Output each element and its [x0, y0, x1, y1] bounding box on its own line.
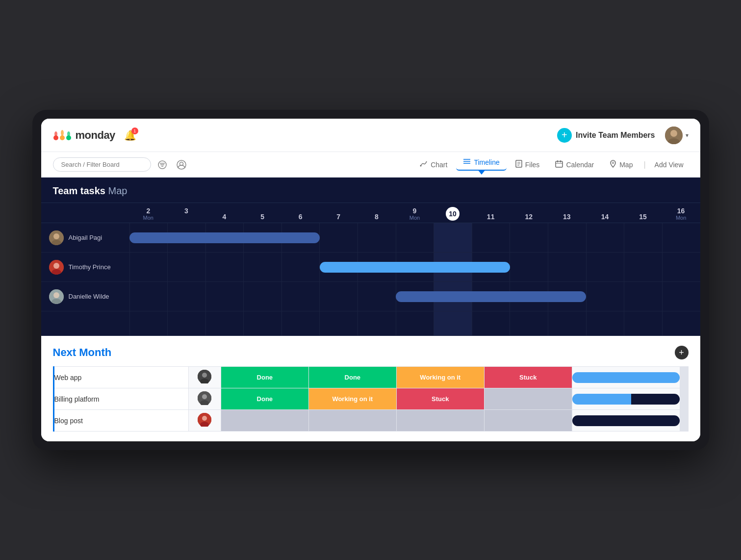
date-col-15: 16 Mon — [662, 207, 700, 221]
invite-button-label: Invite Team Members — [576, 131, 655, 140]
gantt-rows-area: Abigail Pagi — [41, 223, 700, 336]
tab-timeline[interactable]: Timeline — [456, 154, 506, 171]
svg-point-5 — [67, 131, 70, 136]
timeline-board-title: Team tasks Map — [41, 178, 700, 203]
status-webapp-4: Stuck — [484, 367, 572, 388]
tab-calendar-label: Calendar — [566, 161, 594, 169]
status-webapp-1: Done — [221, 367, 308, 388]
avatar-billing — [198, 391, 211, 405]
name-abigail: Abigail Pagi — [69, 234, 102, 241]
header: monday 🔔 1 + Invite Team Members — [41, 119, 700, 152]
logo-text: monday — [76, 129, 115, 142]
avatar-abigail — [49, 230, 64, 245]
status-blog-4 — [484, 410, 572, 432]
status-billing-3: Stuck — [396, 388, 484, 410]
task-avatar-blog — [188, 410, 221, 432]
task-avatar-billing — [188, 388, 221, 410]
task-name-billing: Billing platform — [53, 388, 188, 410]
bar-abigail — [129, 232, 320, 243]
gantt-container: 2 Mon 3 4 5 6 — [41, 203, 700, 336]
next-month-area: Next Month + Web app — [41, 336, 700, 441]
timeline-bar-billing — [572, 388, 680, 410]
date-col-3: 4 — [205, 213, 244, 221]
date-col-8: 9 Mon — [396, 207, 434, 221]
name-danielle: Danielle Wilde — [69, 293, 109, 300]
status-blog-3 — [396, 410, 484, 432]
bar-danielle — [396, 291, 586, 302]
name-timothy: Timothy Prince — [69, 263, 111, 271]
timeline-area: Team tasks Map 2 Mon 3 4 — [41, 178, 700, 336]
add-view-label: Add View — [655, 161, 684, 169]
task-avatar-webapp — [188, 367, 221, 388]
scroll-col-webapp — [680, 367, 688, 388]
next-month-title: Next Month — [53, 346, 112, 359]
status-blog-1 — [221, 410, 308, 432]
svg-point-35 — [53, 292, 59, 298]
logo-icon — [53, 130, 72, 141]
tab-chart[interactable]: Chart — [413, 157, 454, 172]
date-col-1: 2 Mon — [129, 207, 168, 221]
status-billing-1: Done — [221, 388, 308, 410]
avatar-danielle — [49, 289, 64, 304]
tab-files[interactable]: Files — [509, 157, 547, 172]
svg-point-3 — [54, 131, 57, 136]
chart-icon — [420, 160, 428, 169]
user-avatar-area[interactable]: ▾ — [665, 127, 689, 144]
gantt-label-danielle: Danielle Wilde — [41, 289, 129, 304]
avatar-blog — [198, 413, 211, 427]
svg-point-38 — [202, 373, 207, 378]
add-view-button[interactable]: Add View — [650, 158, 689, 172]
mini-bar-billing — [572, 394, 680, 405]
date-col-11: 12 — [510, 213, 548, 221]
notification-bell[interactable]: 🔔 1 — [124, 129, 136, 141]
gantt-row-danielle: Danielle Wilde — [41, 282, 700, 311]
person-icon-button[interactable] — [174, 158, 189, 172]
mini-bar-blog — [572, 415, 680, 426]
gantt-row-abigail: Abigail Pagi — [41, 223, 700, 253]
svg-point-41 — [202, 394, 207, 399]
tab-calendar[interactable]: Calendar — [548, 157, 601, 172]
svg-point-1 — [60, 135, 65, 140]
calendar-icon — [555, 160, 563, 169]
filter-icon-button[interactable] — [155, 158, 170, 171]
task-name-blog: Blog post — [53, 410, 188, 432]
chevron-down-icon: ▾ — [686, 132, 689, 139]
task-table: Web app Done — [53, 366, 689, 432]
search-input[interactable] — [53, 157, 151, 172]
date-col-today: 10 — [434, 207, 472, 221]
timeline-bar-webapp — [572, 367, 680, 388]
grid-danielle — [129, 282, 700, 311]
avatar — [665, 127, 683, 144]
map-icon — [610, 160, 616, 169]
status-blog-2 — [308, 410, 396, 432]
gantt-dates-row: 2 Mon 3 4 5 6 — [41, 203, 700, 223]
status-billing-4 — [484, 388, 572, 410]
svg-point-32 — [53, 263, 59, 269]
app-container: monday 🔔 1 + Invite Team Members — [41, 119, 700, 441]
gantt-row-empty — [41, 311, 700, 336]
bar-timothy — [320, 262, 510, 273]
svg-point-7 — [670, 130, 677, 137]
device-frame: monday 🔔 1 + Invite Team Members — [32, 110, 709, 450]
svg-point-4 — [61, 130, 64, 136]
table-row-webapp: Web app Done — [53, 367, 688, 388]
date-col-6: 7 — [319, 213, 358, 221]
svg-point-15 — [420, 165, 422, 167]
avatar-webapp — [198, 370, 211, 383]
tab-files-label: Files — [525, 161, 540, 169]
notification-badge: 1 — [131, 127, 138, 134]
date-col-5: 6 — [281, 213, 320, 221]
grid-timothy — [129, 253, 700, 281]
invite-team-button[interactable]: + Invite Team Members — [557, 128, 655, 143]
gantt-label-timothy: Timothy Prince — [41, 260, 129, 275]
invite-plus-icon: + — [557, 128, 572, 143]
table-row-blog: Blog post — [53, 410, 688, 432]
add-task-button[interactable]: + — [675, 346, 689, 359]
date-col-13: 14 — [586, 213, 624, 221]
scroll-col-blog — [680, 410, 688, 432]
date-col-7: 8 — [358, 213, 396, 221]
task-name-webapp: Web app — [53, 367, 188, 388]
svg-point-44 — [202, 416, 207, 421]
date-col-12: 13 — [548, 213, 586, 221]
tab-map[interactable]: Map — [603, 157, 639, 172]
